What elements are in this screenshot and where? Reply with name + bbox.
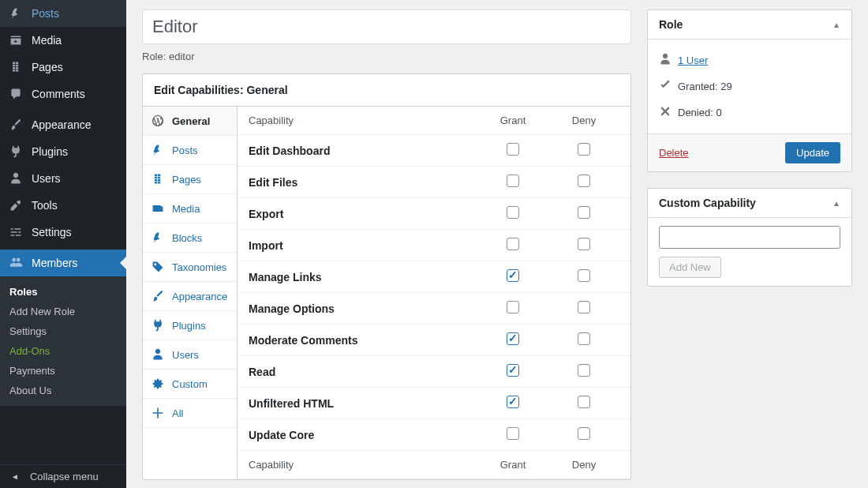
delete-role-link[interactable]: Delete: [659, 147, 689, 159]
gear-icon: [151, 377, 165, 390]
sidebar-item-label: Settings: [32, 226, 72, 238]
cap-tab-plugins[interactable]: Plugins: [143, 311, 237, 340]
role-title-input[interactable]: [142, 9, 631, 44]
submenu-item-add-new-role[interactable]: Add New Role: [0, 302, 126, 321]
deny-checkbox[interactable]: [578, 396, 590, 408]
capability-name: Update Core: [249, 429, 477, 441]
custom-capability-input[interactable]: [659, 226, 840, 249]
cap-tab-label: Posts: [172, 145, 198, 156]
grant-checkbox[interactable]: [507, 269, 519, 282]
cap-tab-taxonomies[interactable]: Taxonomies: [143, 253, 237, 282]
role-slug: Role: editor: [142, 51, 631, 62]
main-content: Role: editor Edit Capabilities: General …: [126, 0, 647, 488]
role-metabox-header[interactable]: Role ▲: [648, 10, 851, 39]
sidebar-item-label: Comments: [32, 88, 85, 100]
cap-tab-users[interactable]: Users: [143, 340, 237, 370]
capability-name: Import: [249, 239, 477, 252]
sidebar-item-users[interactable]: Users: [0, 165, 126, 192]
sidebar-item-appearance[interactable]: Appearance: [0, 111, 126, 138]
cap-tab-pages[interactable]: Pages: [143, 165, 237, 194]
deny-checkbox[interactable]: [578, 206, 590, 219]
pin-icon: [151, 144, 165, 156]
media-icon: [8, 32, 24, 48]
user-icon: [8, 171, 24, 186]
brush-icon: [151, 290, 165, 302]
cap-tab-label: Users: [172, 349, 199, 361]
grant-checkbox[interactable]: [507, 427, 519, 440]
plus-icon: [151, 407, 165, 419]
collapse-menu[interactable]: Collapse menu: [0, 464, 126, 488]
cap-tab-label: General: [172, 115, 210, 127]
capability-name: Moderate Comments: [249, 334, 477, 347]
pin-icon: [8, 6, 24, 21]
chat-icon: [8, 86, 24, 102]
capabilities-panel: Edit Capabilities: General General Posts…: [142, 73, 631, 480]
submenu-item-roles[interactable]: Roles: [0, 282, 126, 302]
grant-checkbox[interactable]: [507, 396, 519, 408]
sidebar-item-members[interactable]: Members: [0, 250, 126, 276]
role-metabox: Role ▲ 1 User Granted: 29 Denied: 0 Del: [647, 9, 852, 172]
sidebar-item-label: Members: [32, 257, 77, 269]
sidebar-item-posts[interactable]: Posts: [0, 0, 126, 27]
sidebar-submenu: RolesAdd New RoleSettingsAdd-OnsPayments…: [0, 276, 126, 406]
submenu-item-about-us[interactable]: About Us: [0, 381, 126, 400]
sidebar-item-media[interactable]: Media: [0, 27, 126, 54]
cap-tab-custom[interactable]: Custom: [143, 370, 237, 399]
capability-row: Edit Dashboard: [238, 135, 630, 167]
capability-name: Edit Files: [249, 176, 477, 189]
cap-tab-media[interactable]: Media: [143, 194, 237, 223]
deny-checkbox[interactable]: [578, 175, 590, 187]
cap-tab-general[interactable]: General: [143, 107, 237, 136]
deny-checkbox[interactable]: [578, 332, 590, 345]
cap-tab-label: Appearance: [172, 291, 227, 302]
capability-row: Read: [238, 356, 630, 388]
capability-row: Export: [238, 198, 630, 230]
user-count-link[interactable]: 1 User: [678, 54, 708, 66]
grant-checkbox[interactable]: [507, 238, 519, 250]
capability-tabs: General Posts Pages Media Blocks Taxonom…: [143, 107, 238, 479]
sidebar-item-tools[interactable]: Tools: [0, 192, 126, 219]
custom-capability-header[interactable]: Custom Capability ▲: [648, 189, 851, 218]
sidebar-item-settings[interactable]: Settings: [0, 219, 126, 246]
grant-checkbox[interactable]: [507, 332, 519, 345]
grant-checkbox[interactable]: [507, 175, 519, 187]
check-icon: [659, 79, 675, 94]
deny-checkbox[interactable]: [578, 301, 590, 313]
group-icon: [8, 255, 24, 271]
update-button[interactable]: Update: [785, 142, 840, 163]
sidebar-item-pages[interactable]: Pages: [0, 54, 126, 81]
sidebar-item-label: Appearance: [32, 118, 92, 131]
sidebar-item-plugins[interactable]: Plugins: [0, 138, 126, 165]
cap-tab-label: Pages: [172, 174, 201, 186]
cap-tab-posts[interactable]: Posts: [143, 136, 237, 165]
capability-row: Unfiltered HTML: [238, 388, 630, 419]
plug-icon: [151, 319, 165, 332]
submenu-item-add-ons[interactable]: Add-Ons: [0, 341, 126, 361]
page-icon: [151, 173, 165, 186]
deny-checkbox[interactable]: [578, 238, 590, 250]
deny-checkbox[interactable]: [578, 364, 590, 377]
cap-tab-blocks[interactable]: Blocks: [143, 223, 237, 253]
grant-checkbox[interactable]: [507, 364, 519, 377]
grant-checkbox[interactable]: [507, 301, 519, 313]
deny-checkbox[interactable]: [578, 269, 590, 282]
deny-checkbox[interactable]: [578, 143, 590, 156]
side-column: Role ▲ 1 User Granted: 29 Denied: 0 Del: [647, 0, 868, 488]
cap-tab-all[interactable]: All: [143, 399, 237, 428]
add-new-capability-button[interactable]: Add New: [659, 257, 721, 278]
brush-icon: [8, 117, 24, 133]
deny-checkbox[interactable]: [578, 427, 590, 440]
submenu-item-payments[interactable]: Payments: [0, 361, 126, 381]
grant-checkbox[interactable]: [507, 143, 519, 156]
grant-checkbox[interactable]: [507, 206, 519, 219]
cap-tab-appearance[interactable]: Appearance: [143, 282, 237, 311]
sidebar-item-comments[interactable]: Comments: [0, 81, 126, 107]
custom-capability-metabox: Custom Capability ▲ Add New: [647, 188, 852, 287]
chevron-up-icon: ▲: [832, 21, 840, 29]
submenu-item-settings[interactable]: Settings: [0, 321, 126, 341]
admin-sidebar: Posts Media Pages Comments Appearance Pl…: [0, 0, 126, 488]
cap-tab-label: Blocks: [172, 232, 202, 244]
user-icon: [659, 53, 675, 68]
capabilities-panel-title: Edit Capabilities: General: [143, 74, 630, 107]
capability-name: Export: [249, 208, 477, 220]
